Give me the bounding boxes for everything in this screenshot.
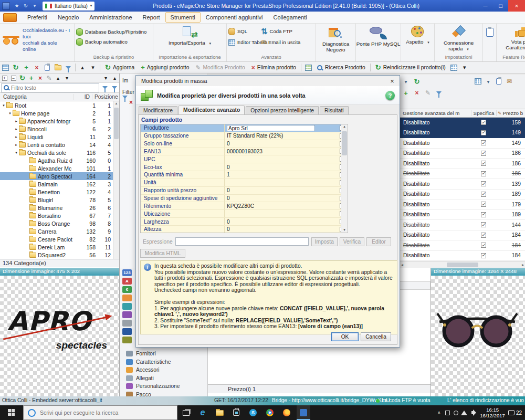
volume-icon[interactable] (468, 405, 477, 420)
tree-filter-input[interactable] (11, 85, 97, 91)
grid-export-icon[interactable]: ▾ (484, 77, 492, 86)
store-manager-app-icon[interactable] (297, 405, 310, 420)
edit-category-icon[interactable]: ✎ (45, 74, 54, 82)
scrollbar-thumb[interactable] (447, 262, 478, 267)
column-posizione[interactable]: Posizione (92, 94, 119, 100)
field-row-eco-tax[interactable]: Eco-tax0 (141, 163, 348, 171)
menu-componenti-aggiuntivi[interactable]: Componenti aggiuntivi (201, 12, 268, 23)
menu-preferiti[interactable]: Preferiti (22, 12, 52, 23)
quantity-icon[interactable] (122, 320, 132, 327)
tab-modificatore-avanzato[interactable]: Modificatore avanzato (178, 106, 245, 114)
add-product-button[interactable]: +Aggiungi prodotto (138, 62, 192, 72)
quick-undo-icon[interactable]: ↻ (22, 2, 30, 10)
field-row-spese-spedizione[interactable]: Spese di spedizione aggiuntive0 (141, 195, 348, 203)
clear-filter-icon[interactable] (110, 83, 119, 92)
export-grid-icon[interactable]: ▾ (460, 63, 469, 72)
dialog-titlebar[interactable]: Modifica prodotti in massa × (136, 76, 400, 86)
delete-product-button[interactable]: ×Elimina prodotto (249, 62, 299, 72)
vote-feature-button[interactable]: Vota perCaratteristica (503, 25, 525, 54)
tree-item-root[interactable]: ▾Root11 (0, 101, 119, 109)
menu-strumenti[interactable]: Strumenti (165, 12, 201, 23)
editor-button[interactable]: Editor (366, 237, 391, 246)
tree-item-apparecchi[interactable]: ▸Apparecchi fotogr51 (0, 117, 119, 125)
images-tab-icon[interactable] (122, 295, 132, 301)
ok-button[interactable]: OK (331, 332, 359, 341)
dialog-close-button[interactable]: × (385, 76, 400, 86)
field-row-gruppo-tassazione[interactable]: Gruppo tassazioneIT Standard Rate (22%) (141, 132, 348, 140)
scrollbar-thumb[interactable] (114, 108, 119, 139)
shops-icon[interactable] (122, 328, 132, 335)
specifica-checkbox[interactable]: ✓ (481, 222, 486, 227)
quick-menu-chevron-icon[interactable]: ▾ (30, 2, 39, 10)
product-image-apro-logo[interactable]: APRO spectacles (0, 276, 119, 396)
field-row-larghezza[interactable]: Larghezza0 (141, 218, 348, 226)
produttore-input[interactable]: Apro Srl (227, 125, 315, 131)
database-backup-button[interactable]: Database Backup/Ripristino (76, 27, 151, 37)
menu-negozio[interactable]: Negozio (52, 12, 84, 23)
outgoing-email-button[interactable]: ✉Email in uscita (261, 37, 313, 47)
specifica-checkbox[interactable]: ✓ (481, 161, 486, 166)
refresh-small-icon[interactable]: ↻ (11, 63, 20, 72)
product-row[interactable]: Disabilitato✓184 (400, 230, 525, 241)
horizontal-scrollbar[interactable]: ◂▸ (400, 261, 525, 268)
specifica-checkbox[interactable]: ✓ (481, 192, 486, 197)
move-up-icon[interactable]: ▴ (54, 74, 62, 82)
verifica-button[interactable]: Verifica (340, 237, 364, 246)
php-mysql-bridge-button[interactable]: Ponte PHP MySQL (354, 25, 403, 54)
collapse-icon[interactable]: ▾ (1, 103, 6, 108)
expand-icon[interactable]: ▸ (14, 127, 19, 131)
menu-amministrazione[interactable]: Amministrazione (84, 12, 137, 23)
tree-item-binocoli[interactable]: ▸Binocoli62 (0, 125, 119, 133)
refresh-button[interactable]: ↻Aggiorna (102, 62, 137, 72)
ftp-queue-button[interactable]: ⇅Coda FTP (261, 26, 313, 36)
column-categoria[interactable]: Categoria (0, 94, 73, 100)
tree-item-blumarine[interactable]: Blumarine266 (0, 204, 119, 212)
grid-add-icon[interactable]: + (402, 89, 410, 97)
product-row[interactable]: Disabilitato✓189 (400, 210, 525, 220)
tray-clock[interactable]: 16:1516/12/2017 (480, 407, 505, 418)
tree-item-agatha[interactable]: Agatha Ruiz d1600 (0, 156, 119, 164)
grid-refresh-icon[interactable]: ↻ (413, 77, 421, 86)
application-menu-button[interactable] (3, 13, 17, 22)
product-row[interactable]: Disabilitato✓186 (400, 169, 525, 180)
field-row-unita[interactable]: Unità (141, 179, 348, 187)
cancel-button[interactable]: Cancella (361, 332, 391, 341)
delete-small-icon[interactable]: × (32, 63, 41, 72)
sort-desc-icon[interactable]: ▾ (88, 63, 98, 72)
product-row[interactable]: Disabilitato✓149 (400, 138, 525, 149)
tree-item-boss-orange[interactable]: Boss Orange988 (0, 219, 119, 227)
seo-icon[interactable] (122, 311, 132, 318)
field-row-rapporto-unita[interactable]: Rapporto unità prezzo0 (141, 187, 348, 195)
collapse-icon[interactable]: ▾ (7, 111, 13, 116)
tree-item-occhiali-da-sole[interactable]: ▾Occhiali da sole1165 (0, 149, 119, 156)
grid-menu-icon[interactable]: ▾ (402, 77, 410, 86)
tree-item-lenti[interactable]: ▸Lenti a contatto144 (0, 141, 119, 149)
field-row-produttore[interactable]: ProduttoreApro Srl (141, 124, 348, 132)
product-row[interactable]: Disabilitato✓144 (400, 220, 525, 230)
modifica-html-button[interactable]: Modifica HTML (140, 249, 185, 258)
tree-item-alexander[interactable]: Alexander Mc1011 (0, 164, 119, 172)
expand-icon[interactable]: ▸ (14, 119, 19, 123)
maximize-button[interactable]: □ (493, 0, 508, 12)
tree-item-cesare[interactable]: Cesare Paciot8210 (0, 235, 119, 243)
edge-icon[interactable]: e (196, 405, 209, 420)
shop-website-button[interactable]: Occhialedasole.eu - I tuoiocchiali da so… (2, 25, 72, 55)
quick-save-icon[interactable]: ★ (13, 2, 21, 10)
table-editor-button[interactable]: Editor Tabella (228, 37, 261, 47)
product-row[interactable]: Disabilitato✓184 (400, 251, 525, 261)
imposta-button[interactable]: Imposta (311, 237, 338, 246)
tab-fornitori[interactable]: Fornitori (121, 350, 207, 358)
tree-item-liquidi[interactable]: ▸Liquidi113 (0, 133, 119, 141)
task-view-icon[interactable] (179, 405, 193, 420)
tray-chevron-up-icon[interactable]: ∧ (435, 405, 443, 420)
add-category-icon[interactable]: + (27, 74, 36, 82)
tree-item-derek-lam[interactable]: Derek Lam15811 (0, 243, 119, 251)
specifica-checkbox[interactable]: ✓ (481, 120, 486, 125)
tab-caratteristiche[interactable]: Caratteristiche (121, 358, 207, 366)
grid-remove-icon[interactable]: × (413, 89, 421, 97)
product-row[interactable]: Disabilitato✓189 (400, 190, 525, 200)
delete-category-icon[interactable]: × (36, 74, 45, 82)
expand-icon[interactable]: ▸ (14, 135, 19, 139)
edit-product-button[interactable]: ✎Modifica Prodotto (193, 62, 247, 72)
specifica-checkbox[interactable]: ✓ (481, 171, 486, 176)
